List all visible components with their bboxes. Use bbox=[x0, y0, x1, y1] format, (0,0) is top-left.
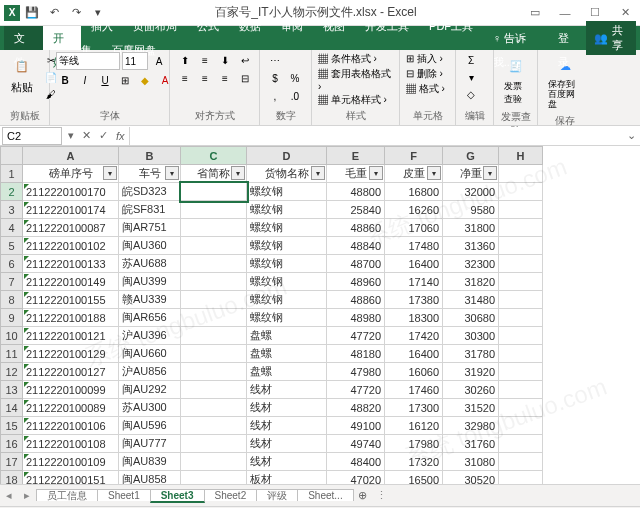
border-icon[interactable]: ⊞ bbox=[116, 72, 134, 88]
cell[interactable]: 苏AU300 bbox=[119, 399, 181, 417]
col-head-F[interactable]: F bbox=[385, 147, 443, 165]
cell[interactable]: 16400 bbox=[385, 255, 443, 273]
cell[interactable]: 17060 bbox=[385, 219, 443, 237]
sheet-nav-more-icon[interactable]: ⋮ bbox=[373, 489, 391, 502]
col-head-E[interactable]: E bbox=[327, 147, 385, 165]
cell[interactable]: 2112220100129 bbox=[23, 345, 119, 363]
align-middle-icon[interactable]: ≡ bbox=[196, 52, 214, 68]
spreadsheet-grid[interactable]: 系统 tongbuluo.com 系统 tongbuluo.com 系统 ton… bbox=[0, 146, 640, 484]
cell[interactable]: 线材 bbox=[247, 399, 327, 417]
cell[interactable]: 32980 bbox=[443, 417, 499, 435]
row-head[interactable]: 6 bbox=[1, 255, 23, 273]
minimize-icon[interactable]: — bbox=[550, 0, 580, 26]
cell[interactable]: 47020 bbox=[327, 471, 385, 485]
cell[interactable]: 沪AU396 bbox=[119, 327, 181, 345]
cell[interactable]: 2112220100174 bbox=[23, 201, 119, 219]
row-head[interactable]: 5 bbox=[1, 237, 23, 255]
cell[interactable] bbox=[499, 363, 543, 381]
cell[interactable] bbox=[181, 453, 247, 471]
cell[interactable]: 31080 bbox=[443, 453, 499, 471]
cell[interactable]: 9580 bbox=[443, 201, 499, 219]
cell-format-button[interactable]: ▦ 格式 › bbox=[406, 82, 445, 96]
cell[interactable] bbox=[181, 219, 247, 237]
sheet-nav-prev-icon[interactable]: ▸ bbox=[18, 489, 36, 502]
cell[interactable]: 2112220100170 bbox=[23, 183, 119, 201]
cell[interactable]: 闽AR751 bbox=[119, 219, 181, 237]
cell[interactable]: 17980 bbox=[385, 435, 443, 453]
cell[interactable]: 16400 bbox=[385, 345, 443, 363]
row-head[interactable]: 17 bbox=[1, 453, 23, 471]
cell[interactable] bbox=[499, 417, 543, 435]
cell[interactable]: 30300 bbox=[443, 327, 499, 345]
cell[interactable]: 2112220100188 bbox=[23, 309, 119, 327]
tab-公式[interactable]: 公式 bbox=[187, 20, 229, 32]
sheet-tab[interactable]: Sheet1 bbox=[97, 489, 151, 501]
cell-styles-button[interactable]: ▦ 单元格样式 › bbox=[318, 93, 387, 107]
conditional-format-button[interactable]: ▦ 条件格式 › bbox=[318, 52, 377, 66]
sheet-tab[interactable]: Sheet2 bbox=[204, 489, 258, 501]
cell[interactable]: 32300 bbox=[443, 255, 499, 273]
cell[interactable]: 盘螺 bbox=[247, 363, 327, 381]
cell[interactable]: 47720 bbox=[327, 381, 385, 399]
filter-icon[interactable]: ▾ bbox=[311, 166, 325, 180]
align-bottom-icon[interactable]: ⬇ bbox=[216, 52, 234, 68]
sheet-tab[interactable]: Sheet3 bbox=[150, 489, 205, 503]
row-head[interactable]: 12 bbox=[1, 363, 23, 381]
save-baidu-button[interactable]: ☁ 保存到百度网盘 bbox=[544, 52, 586, 112]
cell[interactable] bbox=[181, 399, 247, 417]
italic-button[interactable]: I bbox=[76, 72, 94, 88]
cell[interactable]: 赣AU339 bbox=[119, 291, 181, 309]
cell[interactable]: 25840 bbox=[327, 201, 385, 219]
cell[interactable]: 2112220100149 bbox=[23, 273, 119, 291]
percent-icon[interactable]: % bbox=[286, 70, 304, 86]
cell[interactable] bbox=[499, 273, 543, 291]
tab-开发工具[interactable]: 开发工具 bbox=[355, 20, 419, 32]
ribbon-options-icon[interactable]: ▭ bbox=[520, 0, 550, 26]
cell[interactable]: 2112220100127 bbox=[23, 363, 119, 381]
cell[interactable]: 线材 bbox=[247, 453, 327, 471]
cell[interactable]: 18300 bbox=[385, 309, 443, 327]
cell[interactable]: 闽AU777 bbox=[119, 435, 181, 453]
cell[interactable]: 17460 bbox=[385, 381, 443, 399]
cell[interactable]: 31520 bbox=[443, 399, 499, 417]
row-head[interactable]: 14 bbox=[1, 399, 23, 417]
merge-icon[interactable]: ⊟ bbox=[236, 70, 254, 86]
col-head-C[interactable]: C bbox=[181, 147, 247, 165]
cell[interactable]: 盘螺 bbox=[247, 345, 327, 363]
cell[interactable] bbox=[181, 183, 247, 201]
cell[interactable] bbox=[181, 435, 247, 453]
cell[interactable]: 48700 bbox=[327, 255, 385, 273]
cell[interactable]: 2112220100087 bbox=[23, 219, 119, 237]
fill-icon[interactable]: ▾ bbox=[462, 69, 480, 85]
cell[interactable] bbox=[499, 201, 543, 219]
namebox-dropdown-icon[interactable]: ▾ bbox=[64, 129, 78, 142]
header-cell[interactable]: 省简称▾ bbox=[181, 165, 247, 183]
cell[interactable]: 板材 bbox=[247, 471, 327, 485]
tab-插入[interactable]: 插入 bbox=[81, 20, 123, 32]
wrap-text-icon[interactable]: ↩ bbox=[236, 52, 254, 68]
clear-icon[interactable]: ◇ bbox=[462, 86, 480, 102]
filter-icon[interactable]: ▾ bbox=[165, 166, 179, 180]
sheet-tab[interactable]: 员工信息 bbox=[36, 489, 98, 501]
comma-icon[interactable]: , bbox=[266, 88, 284, 104]
cell[interactable]: 31780 bbox=[443, 345, 499, 363]
row-head[interactable]: 9 bbox=[1, 309, 23, 327]
cell[interactable]: 螺纹钢 bbox=[247, 219, 327, 237]
tab-file[interactable]: 文件 bbox=[4, 26, 43, 50]
header-cell[interactable]: 毛重▾ bbox=[327, 165, 385, 183]
delete-cells-button[interactable]: ⊟ 删除 › bbox=[406, 67, 443, 81]
cell[interactable]: 17140 bbox=[385, 273, 443, 291]
currency-icon[interactable]: $ bbox=[266, 70, 284, 86]
cell[interactable]: 螺纹钢 bbox=[247, 183, 327, 201]
cell[interactable] bbox=[499, 219, 543, 237]
cell[interactable]: 30520 bbox=[443, 471, 499, 485]
cell[interactable] bbox=[499, 471, 543, 485]
cell[interactable] bbox=[499, 435, 543, 453]
cell[interactable]: 17380 bbox=[385, 291, 443, 309]
cell[interactable]: 皖SD323 bbox=[119, 183, 181, 201]
font-size-select[interactable] bbox=[122, 52, 148, 70]
cell[interactable] bbox=[499, 255, 543, 273]
cell[interactable]: 螺纹钢 bbox=[247, 273, 327, 291]
cell[interactable]: 螺纹钢 bbox=[247, 291, 327, 309]
cell[interactable] bbox=[499, 237, 543, 255]
